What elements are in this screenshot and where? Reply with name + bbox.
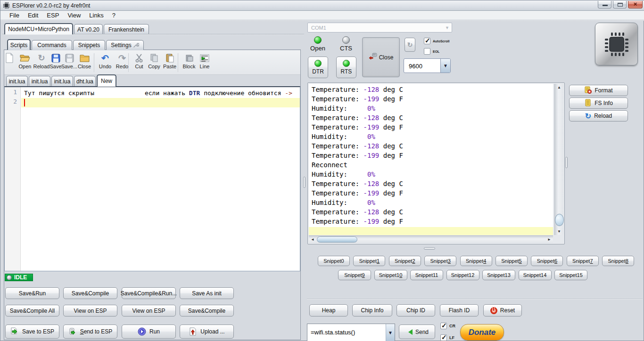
chip-id-button[interactable]: Chip ID (396, 304, 435, 317)
snippet-button-8[interactable]: Snippet8 (602, 256, 634, 266)
close-port-button[interactable]: Close (362, 37, 400, 77)
snippets-splitter-handle[interactable] (424, 247, 435, 250)
chip-logo-button[interactable] (595, 23, 638, 65)
flash-id-button[interactable]: Flash ID (440, 304, 479, 317)
scroll-left-icon[interactable]: ◄ (309, 236, 316, 243)
menu-view[interactable]: View (63, 12, 85, 19)
snippet-button-10[interactable]: Snippet10 (374, 270, 407, 280)
scrollbar-thumb[interactable] (555, 214, 564, 226)
upload-button[interactable]: Upload ... (180, 325, 234, 339)
donate-button[interactable]: Donate (460, 324, 504, 341)
send-button[interactable]: Send (399, 325, 435, 339)
save-compile-run-button[interactable]: Save&Compile&Run... (122, 287, 176, 299)
paste-button[interactable]: Paste (160, 53, 179, 69)
heap-button[interactable]: Heap (309, 304, 348, 317)
tab-nodemcu-micropython[interactable]: NodeMCU+MicroPython (4, 23, 73, 34)
autoscroll-checkbox[interactable] (424, 38, 430, 44)
terminal-splitter-handle[interactable] (565, 157, 568, 168)
snippet-button-2[interactable]: Snippet2 (389, 256, 421, 266)
cr-checkbox[interactable] (440, 323, 447, 329)
tab-settings[interactable]: Settings (106, 40, 144, 50)
scrollbar-thumb[interactable] (317, 236, 357, 243)
line-button[interactable]: Line (195, 53, 214, 69)
tab-frankenshtein[interactable]: Frankenshtein (104, 24, 149, 34)
open-toggle[interactable]: Open (307, 36, 328, 52)
menu-file[interactable]: File (5, 12, 24, 19)
save-compile-button-2[interactable]: Save&Compile (180, 305, 234, 317)
scroll-down-icon[interactable]: ▼ (555, 228, 563, 235)
snippet-button-12[interactable]: Snippet12 (446, 270, 479, 280)
snippet-button-3[interactable]: Snippet3 (424, 256, 456, 266)
menu-help[interactable]: ? (108, 12, 120, 19)
save-to-esp-button[interactable]: Save to ESP (5, 325, 59, 339)
open-button[interactable]: Open (16, 53, 34, 69)
save-run-button[interactable]: Save&Run (5, 287, 59, 299)
autoscroll-option[interactable]: AutoScroll (424, 38, 449, 44)
snippet-button-15[interactable]: Snippet15 (554, 270, 587, 280)
menu-links[interactable]: Links (85, 12, 107, 19)
snippet-button-13[interactable]: Snippet13 (482, 270, 515, 280)
fs-info-button[interactable]: FS Info (569, 97, 628, 109)
view-on-esp-button-2[interactable]: View on ESP (122, 305, 176, 317)
file-tab-init-lua-2[interactable]: init.lua (29, 76, 50, 87)
command-input[interactable]: =wifi.sta.status() ▼ (307, 324, 395, 341)
close-button[interactable]: × (628, 1, 643, 8)
rts-button[interactable]: RTS (336, 57, 356, 78)
title-bar: ESPlorer v0.2.0-rc2 by 4refr0nt × (0, 0, 644, 11)
maximize-button[interactable] (613, 1, 627, 8)
scroll-up-icon[interactable]: ▲ (555, 84, 563, 91)
refresh-ports-button[interactable]: ↻ (405, 38, 415, 52)
terminal-line: Temperature: -128 deg C (312, 85, 403, 94)
code-editor[interactable]: 1 2 Тут пишутся скрипты если нажать DTR … (4, 86, 300, 271)
format-button[interactable]: Format (569, 85, 628, 96)
new-file-button[interactable] (3, 53, 16, 63)
chip-info-button[interactable]: Chip Info (352, 304, 392, 317)
undo-button[interactable]: ↶ Undo (96, 53, 114, 69)
reload-fs-button[interactable]: ↻ Reload (569, 110, 628, 122)
file-tab-dht-lua[interactable]: dht.lua (74, 76, 96, 87)
save-compile-all-button[interactable]: Save&Compile All (5, 305, 59, 317)
snippet-button-6[interactable]: Snippet6 (531, 256, 563, 266)
menu-esp[interactable]: ESP (42, 12, 63, 19)
lf-option[interactable]: LF (440, 334, 454, 341)
tab-snippets[interactable]: Snippets (73, 40, 105, 50)
save-compile-button[interactable]: Save&Compile (63, 287, 117, 299)
tab-commands[interactable]: Commands (32, 40, 72, 50)
send-to-esp-button[interactable]: Send to ESP (63, 325, 117, 339)
snippet-button-9[interactable]: Snippet9 (338, 270, 371, 280)
minimize-button[interactable] (598, 1, 611, 8)
com-port-select[interactable]: COM1 ▼ (307, 23, 452, 32)
snippet-button-1[interactable]: Snippet1 (353, 256, 385, 266)
snippet-button-5[interactable]: Snippet5 (495, 256, 528, 266)
terminal-horizontal-scrollbar[interactable]: ◄ ► (309, 235, 553, 243)
chevron-down-icon[interactable]: ▼ (386, 324, 395, 341)
terminal-line: Humidity: 0% (312, 170, 375, 179)
reset-button[interactable]: Reset (483, 304, 522, 317)
panel-splitter-handle[interactable] (303, 177, 305, 188)
file-tab-init-lua-1[interactable]: init.lua (6, 76, 28, 87)
view-on-esp-button-1[interactable]: View on ESP (63, 305, 117, 317)
file-tab-init-lua-3[interactable]: init.lua (51, 76, 73, 87)
eol-checkbox[interactable] (424, 48, 430, 55)
tab-at-v020[interactable]: AT v0.20 (74, 24, 103, 34)
eol-option[interactable]: EOL (424, 48, 439, 55)
snippet-button-4[interactable]: Snippet4 (460, 256, 492, 266)
scroll-right-icon[interactable]: ► (545, 236, 553, 243)
close-file-button[interactable]: Close (75, 53, 94, 69)
run-button[interactable]: Run (122, 325, 176, 339)
cr-option[interactable]: CR (440, 323, 455, 329)
save-as-init-button[interactable]: Save As init (180, 287, 234, 299)
file-tab-new[interactable]: New (97, 74, 116, 87)
tab-scripts[interactable]: Scripts (7, 39, 31, 50)
terminal-output[interactable]: Temperature: -128 deg CTemperature: -199… (309, 84, 553, 235)
baud-rate-select[interactable]: 9600 ▼ (404, 58, 451, 73)
dtr-button[interactable]: DTR (308, 57, 328, 78)
menu-edit[interactable]: Edit (24, 12, 42, 19)
snippet-button-0[interactable]: Snippet0 (318, 256, 350, 266)
editor-line-1-text: Тут пишутся скрипты (24, 89, 94, 98)
terminal-vertical-scrollbar[interactable]: ▲ ▼ (554, 84, 563, 235)
snippet-button-7[interactable]: Snippet7 (567, 256, 599, 266)
snippet-button-11[interactable]: Snippet11 (410, 270, 443, 280)
lf-checkbox[interactable] (440, 334, 447, 341)
snippet-button-14[interactable]: Snippet14 (519, 270, 552, 280)
